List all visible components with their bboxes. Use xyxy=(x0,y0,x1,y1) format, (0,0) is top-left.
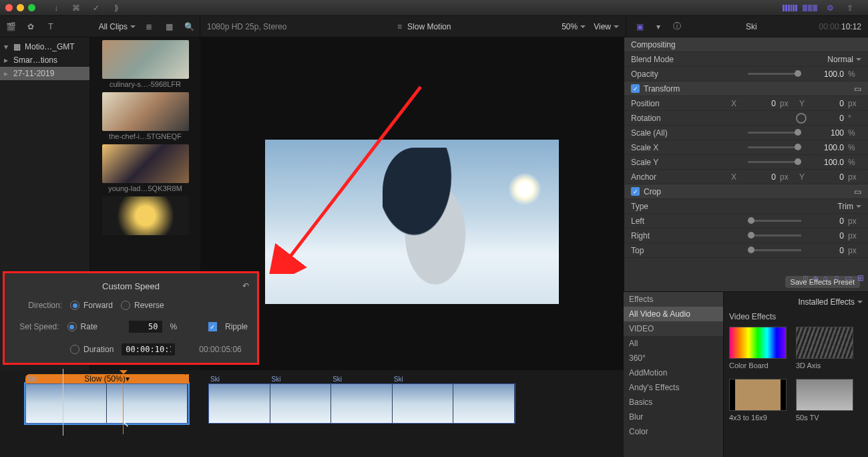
library-item[interactable]: ▾▦Motio…_GMT xyxy=(0,40,89,53)
fx-cat-item[interactable]: Basics xyxy=(624,395,723,410)
list-icon[interactable]: ▦ xyxy=(162,20,176,33)
fx-cat-item[interactable]: AddMotion xyxy=(624,365,723,380)
effect-item[interactable]: Color Board xyxy=(729,327,787,369)
section-crop[interactable]: ✓Crop▭ xyxy=(624,184,868,199)
zoom-dropdown[interactable]: 50% xyxy=(562,22,586,31)
search-icon[interactable]: 🔍 xyxy=(182,20,196,33)
transform-onscreen-icon[interactable]: ▭ xyxy=(854,84,861,94)
clips-filter-dropdown[interactable]: All Clips xyxy=(99,22,136,31)
effect-item[interactable]: 50s TV xyxy=(796,379,853,422)
share-icon[interactable]: ⇪ xyxy=(843,1,857,15)
effects-browser: ⎅ ⎆ ⌂ ♫ ▭ ⊞ Effects All Video & Audio VI… xyxy=(624,291,868,457)
browser-thumb[interactable]: culinary-s…-5968LFR xyxy=(102,40,189,88)
zoom-icon[interactable] xyxy=(28,4,35,11)
original-duration: 00:00:05:06 xyxy=(199,345,241,354)
position-y[interactable]: 0 xyxy=(811,99,844,108)
keyword-icon[interactable]: ⌘ xyxy=(69,1,83,15)
toolbar: 🎬 ✿ T All Clips ≣ ▦ 🔍 1080p HD 25p, Ster… xyxy=(0,16,868,37)
timeline-area[interactable]: Slow (50%) ▾ Ski Ski Ski Ski Ski ↖ xyxy=(0,370,624,457)
timeline-clip[interactable]: Ski Ski Ski Ski xyxy=(208,384,515,424)
scale-all-slider[interactable] xyxy=(748,132,801,134)
layout-tiles-2[interactable] xyxy=(803,1,817,15)
minimize-icon[interactable] xyxy=(17,4,24,11)
layout-tiles-purple[interactable] xyxy=(783,1,797,15)
crop-left-slider[interactable] xyxy=(748,220,801,222)
crop-right-slider[interactable] xyxy=(748,235,801,237)
library-icon[interactable]: 🎬 xyxy=(4,20,17,33)
fx-cat-item[interactable]: Andy's Effects xyxy=(624,380,723,395)
crop-type-dropdown[interactable]: Trim xyxy=(837,202,861,211)
effects-categories: Effects All Video & Audio VIDEO All 360°… xyxy=(624,292,724,457)
filmstrip-icon[interactable]: ≣ xyxy=(142,20,156,33)
section-compositing[interactable]: Compositing xyxy=(624,37,868,52)
rotation-dial[interactable] xyxy=(796,113,807,124)
duration-input[interactable] xyxy=(122,343,175,355)
fx-cat-item[interactable]: VIDEO xyxy=(624,321,723,336)
rate-input[interactable] xyxy=(129,321,162,333)
transform-checkbox[interactable]: ✓ xyxy=(631,84,640,93)
window-controls[interactable] xyxy=(5,4,35,11)
titles-icon[interactable]: T xyxy=(44,20,57,33)
photos-icon[interactable]: ✿ xyxy=(24,20,37,33)
opacity-slider[interactable] xyxy=(748,73,801,75)
direction-forward-radio[interactable]: Forward xyxy=(70,301,113,310)
speed-badge[interactable]: Slow (50%) ▾ xyxy=(25,374,188,384)
rotation-value[interactable]: 0 xyxy=(811,114,844,123)
section-transform[interactable]: ✓Transform▭ xyxy=(624,82,868,96)
bg-tasks-icon[interactable]: ✓ xyxy=(89,1,103,15)
snap-icon[interactable]: ⎆ xyxy=(813,273,818,283)
audio-skim-icon[interactable]: ♫ xyxy=(833,273,839,283)
library-item[interactable]: ▸27-11-2019 xyxy=(0,67,89,80)
browser-thumb[interactable]: the-chef-i…5TGNEQF xyxy=(102,92,189,140)
effects-toggle-icon[interactable]: ⊞ xyxy=(857,273,864,283)
close-icon[interactable] xyxy=(5,4,13,11)
crop-onscreen-icon[interactable]: ▭ xyxy=(854,187,861,196)
effects-header: Effects xyxy=(624,292,723,307)
installed-effects-dropdown[interactable]: Installed Effects xyxy=(799,297,863,307)
transitions-icon[interactable]: ≡ xyxy=(397,22,402,31)
import-icon[interactable]: ↓ xyxy=(49,1,63,15)
library-item[interactable]: ▸Smar…tions xyxy=(0,53,89,67)
browser-thumb[interactable] xyxy=(102,196,189,237)
fx-cat-item[interactable]: All Video & Audio xyxy=(624,307,723,321)
index-icon[interactable]: ⎅ xyxy=(803,273,808,283)
fx-cat-item[interactable]: Color xyxy=(624,424,723,439)
browser-thumb[interactable]: young-lad…5QK3R8M xyxy=(102,144,189,192)
timeline-clip-selected[interactable]: Ski xyxy=(25,384,188,424)
info-inspector-icon[interactable]: ⓘ xyxy=(670,20,684,33)
viewer-canvas[interactable] xyxy=(200,37,624,406)
opacity-label: Opacity xyxy=(631,69,691,79)
ripple-checkbox[interactable]: ✓ xyxy=(208,322,217,331)
anchor-y[interactable]: 0 xyxy=(811,172,844,182)
timeline-playhead[interactable] xyxy=(123,374,124,434)
direction-label: Direction: xyxy=(14,301,62,310)
effect-item[interactable]: 3D Axis xyxy=(796,327,853,369)
scale-y-slider[interactable] xyxy=(748,161,801,163)
speed-rate-radio[interactable]: Rate xyxy=(67,322,97,331)
anchor-x[interactable]: 0 xyxy=(742,172,776,182)
speed-duration-radio[interactable]: Duration xyxy=(70,345,114,354)
timeline-tool-icons[interactable]: ⎅ ⎆ ⌂ ♫ ▭ ⊞ xyxy=(803,273,864,283)
blend-mode-dropdown[interactable]: Normal xyxy=(827,55,861,64)
position-x[interactable]: 0 xyxy=(742,99,776,108)
crop-checkbox[interactable]: ✓ xyxy=(631,187,640,196)
effect-item[interactable]: 4x3 to 16x9 xyxy=(729,379,787,422)
fx-cat-item[interactable]: All xyxy=(624,336,723,351)
solo-icon[interactable]: ▭ xyxy=(845,273,852,283)
video-inspector-icon[interactable]: ▣ xyxy=(633,20,646,33)
skim-icon[interactable]: ⌂ xyxy=(823,273,828,283)
preview-frame xyxy=(265,140,559,304)
fx-cat-item[interactable]: Blur xyxy=(624,410,723,424)
opacity-value[interactable]: 100.0 xyxy=(811,69,844,79)
color-inspector-icon[interactable]: ▾ xyxy=(652,20,665,33)
direction-reverse-radio[interactable]: Reverse xyxy=(121,301,164,310)
fx-cat-item[interactable]: 360° xyxy=(624,351,723,365)
enhance-icon[interactable]: ⟫ xyxy=(109,1,124,15)
crop-top-slider[interactable] xyxy=(748,249,801,251)
tools-icon[interactable]: ⚙ xyxy=(823,1,837,15)
clip-timecode: 00:00:10:12 xyxy=(819,21,861,31)
skimmer-playhead[interactable] xyxy=(63,369,63,436)
undo-icon[interactable]: ↶ xyxy=(242,281,249,291)
view-dropdown[interactable]: View xyxy=(594,22,619,31)
scale-x-slider[interactable] xyxy=(748,146,801,148)
